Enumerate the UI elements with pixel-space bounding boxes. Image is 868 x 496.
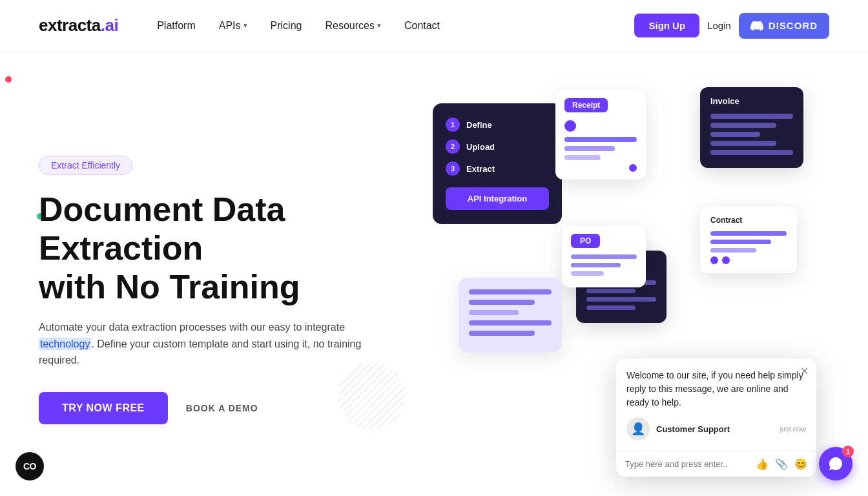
card-po: PO bbox=[562, 226, 646, 287]
nav-contact[interactable]: Contact bbox=[404, 20, 440, 32]
nav-apis[interactable]: APIs ▾ bbox=[219, 20, 247, 32]
step1-num: 1 bbox=[446, 118, 460, 132]
hero-title: Document Data Extraction with No Trainin… bbox=[39, 191, 413, 306]
chat-input-row: 👍 📎 😊 bbox=[616, 451, 816, 477]
step-define: 1 Define bbox=[446, 118, 549, 132]
chat-badge: 1 bbox=[842, 446, 854, 457]
po-bar1 bbox=[571, 254, 637, 259]
inv-bar5 bbox=[710, 150, 793, 155]
ld-bar5 bbox=[469, 331, 535, 336]
signup-button[interactable]: Sign Up bbox=[634, 14, 699, 37]
chat-widget: ✕ Welcome to our site, if you need help … bbox=[616, 358, 816, 477]
hero-right: 1 Define 2 Upload 3 Extract API Integrat… bbox=[413, 78, 829, 496]
svg-point-2 bbox=[338, 362, 405, 429]
nav-links: Platform APIs ▾ Pricing Resources ▾ Cont… bbox=[157, 20, 634, 32]
ld-bar2 bbox=[469, 300, 535, 305]
receipt-bar-short bbox=[564, 155, 601, 160]
nav-pricing[interactable]: Pricing bbox=[271, 20, 302, 32]
receipt-dot-row bbox=[564, 164, 637, 172]
discord-label: DISCORD bbox=[769, 20, 818, 31]
nav-resources[interactable]: Resources ▾ bbox=[325, 20, 380, 32]
book-demo-button[interactable]: BOOK A DEMO bbox=[186, 403, 258, 413]
co-text: CO bbox=[23, 461, 36, 471]
chat-input[interactable] bbox=[625, 459, 749, 469]
inv-bar3 bbox=[710, 132, 760, 137]
chat-bubble-button[interactable]: 1 bbox=[819, 447, 852, 480]
ld-bar1 bbox=[469, 289, 552, 294]
chat-welcome-text: Welcome to our site, if you need help si… bbox=[626, 369, 806, 409]
receipt-dot bbox=[629, 164, 637, 172]
chat-attach-button[interactable]: 📎 bbox=[775, 458, 788, 470]
po-badge: PO bbox=[571, 234, 600, 248]
con-bar3 bbox=[710, 248, 756, 253]
step3-label: Extract bbox=[466, 164, 495, 174]
try-now-button[interactable]: TRY NOW FREE bbox=[39, 392, 168, 424]
po-bar2 bbox=[571, 263, 621, 267]
agent-avatar: 👤 bbox=[626, 417, 650, 440]
card-light-purple bbox=[459, 278, 562, 353]
agent-name: Customer Support bbox=[656, 424, 774, 434]
hero-section: Extract Efficiently Document Data Extrac… bbox=[0, 52, 868, 496]
step3-num: 3 bbox=[446, 161, 460, 176]
steps-list: 1 Define 2 Upload 3 Extract bbox=[446, 118, 549, 176]
step2-num: 2 bbox=[446, 140, 460, 154]
chat-agent-row: 👤 Customer Support just now bbox=[626, 417, 806, 440]
chat-bubble-icon bbox=[828, 456, 843, 471]
apis-chevron-icon: ▾ bbox=[243, 21, 247, 30]
card-contract: Contract bbox=[700, 207, 797, 273]
inv-bar1 bbox=[710, 114, 793, 119]
chat-emoji-button[interactable]: 😊 bbox=[794, 458, 807, 470]
agent-info: Customer Support bbox=[656, 424, 774, 434]
co-icon-button[interactable]: CO bbox=[16, 452, 44, 480]
db-bar2 bbox=[586, 289, 636, 293]
con-dot-row bbox=[710, 256, 787, 264]
po-bar3 bbox=[571, 271, 604, 276]
card-steps: 1 Define 2 Upload 3 Extract API Integrat… bbox=[433, 103, 562, 224]
logo-dot: .ai bbox=[101, 16, 118, 36]
receipt-circle bbox=[564, 120, 576, 132]
chat-actions: 👍 📎 😊 bbox=[756, 458, 807, 470]
card-receipt: Receipt bbox=[555, 90, 646, 180]
receipt-bar-medium bbox=[564, 146, 615, 151]
chat-close-button[interactable]: ✕ bbox=[800, 365, 809, 377]
con-bar1 bbox=[710, 231, 787, 236]
chat-body: Welcome to our site, if you need help si… bbox=[616, 358, 816, 451]
hero-badge: Extract Efficiently bbox=[39, 156, 132, 175]
db-bar3 bbox=[586, 297, 656, 302]
highlight-technology: technology bbox=[39, 338, 91, 350]
discord-icon bbox=[750, 19, 763, 32]
navbar: extracta.ai Platform APIs ▾ Pricing Reso… bbox=[0, 0, 868, 52]
db-bar4 bbox=[586, 305, 636, 310]
step-upload: 2 Upload bbox=[446, 140, 549, 154]
con-dot1 bbox=[710, 256, 718, 264]
logo[interactable]: extracta.ai bbox=[39, 16, 118, 36]
chat-like-button[interactable]: 👍 bbox=[756, 458, 769, 470]
ld-bar3 bbox=[469, 310, 519, 315]
step1-label: Define bbox=[466, 120, 492, 130]
hero-description: Automate your data extraction processes … bbox=[39, 319, 362, 369]
contract-title: Contract bbox=[710, 216, 787, 225]
step-extract: 3 Extract bbox=[446, 161, 549, 176]
inv-bar4 bbox=[710, 141, 776, 146]
inv-bar2 bbox=[710, 123, 776, 128]
resources-chevron-icon: ▾ bbox=[377, 21, 381, 30]
con-dot2 bbox=[722, 256, 730, 264]
login-button[interactable]: Login bbox=[707, 20, 731, 31]
con-bar2 bbox=[710, 240, 771, 244]
step2-label: Upload bbox=[466, 142, 495, 152]
discord-button[interactable]: DISCORD bbox=[739, 13, 829, 39]
nav-platform[interactable]: Platform bbox=[157, 20, 196, 32]
receipt-badge: Receipt bbox=[564, 98, 608, 112]
nav-actions: Sign Up Login DISCORD bbox=[634, 13, 829, 39]
card-invoice: Invoice bbox=[700, 87, 803, 168]
receipt-bar-wide bbox=[564, 137, 637, 142]
agent-time: just now bbox=[780, 425, 806, 433]
invoice-title: Invoice bbox=[710, 96, 793, 106]
logo-text: extracta bbox=[39, 16, 101, 36]
hatch-circle-decoration bbox=[336, 360, 407, 431]
api-integration-button[interactable]: API Integration bbox=[446, 187, 549, 210]
ld-bar4 bbox=[469, 320, 552, 326]
